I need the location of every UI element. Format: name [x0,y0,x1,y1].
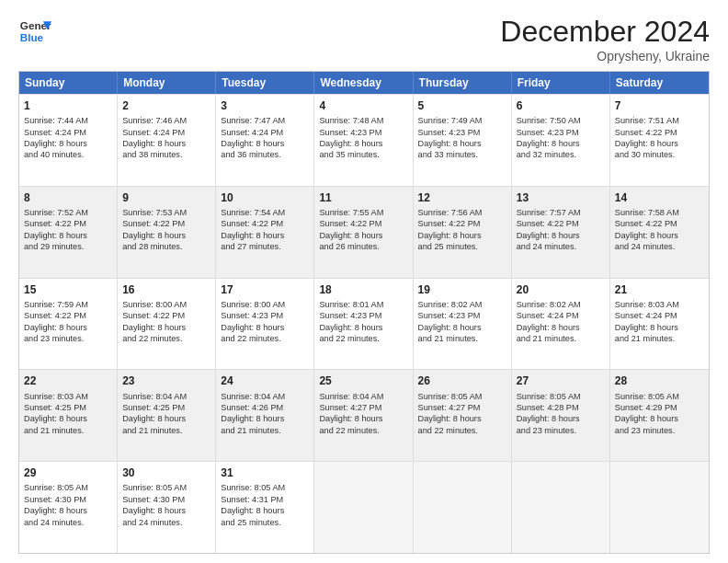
cal-cell [314,462,413,553]
week-row-0: 1Sunrise: 7:44 AM Sunset: 4:24 PM Daylig… [19,94,709,186]
day-number: 20 [517,282,605,297]
cal-cell: 27Sunrise: 8:05 AM Sunset: 4:28 PM Dayli… [512,370,610,461]
cal-cell: 17Sunrise: 8:00 AM Sunset: 4:23 PM Dayli… [216,279,314,370]
cal-cell: 11Sunrise: 7:55 AM Sunset: 4:22 PM Dayli… [314,187,413,278]
day-info: Sunrise: 7:53 AM Sunset: 4:22 PM Dayligh… [122,208,187,251]
day-number: 7 [615,98,704,113]
day-number: 27 [517,373,605,388]
day-number: 1 [24,98,112,113]
cal-cell [512,462,610,553]
day-info: Sunrise: 8:04 AM Sunset: 4:26 PM Dayligh… [221,392,285,435]
day-info: Sunrise: 7:50 AM Sunset: 4:23 PM Dayligh… [517,116,581,159]
calendar-body: 1Sunrise: 7:44 AM Sunset: 4:24 PM Daylig… [19,94,709,553]
day-info: Sunrise: 8:00 AM Sunset: 4:23 PM Dayligh… [221,300,285,343]
day-number: 3 [221,98,309,113]
cal-cell: 14Sunrise: 7:58 AM Sunset: 4:22 PM Dayli… [610,187,709,278]
cal-cell: 13Sunrise: 7:57 AM Sunset: 4:22 PM Dayli… [512,187,610,278]
day-info: Sunrise: 8:05 AM Sunset: 4:30 PM Dayligh… [122,483,187,526]
cal-cell: 4Sunrise: 7:48 AM Sunset: 4:23 PM Daylig… [314,95,413,186]
week-row-3: 22Sunrise: 8:03 AM Sunset: 4:25 PM Dayli… [19,369,709,461]
month-title: December 2024 [500,15,710,49]
day-info: Sunrise: 7:52 AM Sunset: 4:22 PM Dayligh… [24,208,88,251]
cal-cell: 1Sunrise: 7:44 AM Sunset: 4:24 PM Daylig… [19,95,118,186]
day-info: Sunrise: 7:46 AM Sunset: 4:24 PM Dayligh… [122,116,187,159]
day-number: 5 [418,98,506,113]
day-info: Sunrise: 8:05 AM Sunset: 4:30 PM Dayligh… [24,483,88,526]
calendar-header: SundayMondayTuesdayWednesdayThursdayFrid… [19,72,709,94]
day-number: 25 [319,373,407,388]
cal-cell: 9Sunrise: 7:53 AM Sunset: 4:22 PM Daylig… [118,187,216,278]
day-info: Sunrise: 8:02 AM Sunset: 4:23 PM Dayligh… [418,300,483,343]
day-of-week-tuesday: Tuesday [216,72,314,94]
day-number: 30 [122,465,210,480]
cal-cell: 22Sunrise: 8:03 AM Sunset: 4:25 PM Dayli… [19,370,118,461]
day-number: 11 [319,190,407,205]
cal-cell: 3Sunrise: 7:47 AM Sunset: 4:24 PM Daylig… [216,95,314,186]
day-number: 23 [122,373,210,388]
week-row-2: 15Sunrise: 7:59 AM Sunset: 4:22 PM Dayli… [19,278,709,370]
cal-cell: 20Sunrise: 8:02 AM Sunset: 4:24 PM Dayli… [512,279,610,370]
day-info: Sunrise: 7:51 AM Sunset: 4:22 PM Dayligh… [615,116,679,159]
day-info: Sunrise: 8:04 AM Sunset: 4:27 PM Dayligh… [319,392,383,435]
week-row-1: 8Sunrise: 7:52 AM Sunset: 4:22 PM Daylig… [19,186,709,278]
day-number: 16 [122,282,210,297]
day-number: 24 [221,373,309,388]
logo: General Blue [18,15,51,48]
logo-svg: General Blue [18,15,51,48]
week-row-4: 29Sunrise: 8:05 AM Sunset: 4:30 PM Dayli… [19,461,709,553]
day-number: 2 [122,98,210,113]
day-number: 28 [615,373,704,388]
day-info: Sunrise: 8:04 AM Sunset: 4:25 PM Dayligh… [122,392,187,435]
day-info: Sunrise: 7:47 AM Sunset: 4:24 PM Dayligh… [221,116,285,159]
cal-cell: 5Sunrise: 7:49 AM Sunset: 4:23 PM Daylig… [414,95,512,186]
day-info: Sunrise: 8:01 AM Sunset: 4:23 PM Dayligh… [319,300,383,343]
day-number: 9 [122,190,210,205]
day-info: Sunrise: 8:05 AM Sunset: 4:31 PM Dayligh… [221,483,285,526]
cal-cell: 12Sunrise: 7:56 AM Sunset: 4:22 PM Dayli… [414,187,512,278]
svg-text:Blue: Blue [20,31,44,43]
cal-cell: 18Sunrise: 8:01 AM Sunset: 4:23 PM Dayli… [314,279,413,370]
cal-cell: 24Sunrise: 8:04 AM Sunset: 4:26 PM Dayli… [216,370,314,461]
day-number: 14 [615,190,704,205]
cal-cell: 16Sunrise: 8:00 AM Sunset: 4:22 PM Dayli… [118,279,216,370]
day-info: Sunrise: 7:57 AM Sunset: 4:22 PM Dayligh… [517,208,581,251]
day-number: 8 [24,190,112,205]
day-number: 10 [221,190,309,205]
day-of-week-friday: Friday [512,72,610,94]
cal-cell: 21Sunrise: 8:03 AM Sunset: 4:24 PM Dayli… [610,279,709,370]
day-info: Sunrise: 7:55 AM Sunset: 4:22 PM Dayligh… [319,208,383,251]
day-number: 12 [418,190,506,205]
cal-cell: 25Sunrise: 8:04 AM Sunset: 4:27 PM Dayli… [314,370,413,461]
day-of-week-saturday: Saturday [610,72,709,94]
day-info: Sunrise: 7:44 AM Sunset: 4:24 PM Dayligh… [24,116,88,159]
day-number: 21 [615,282,704,297]
day-info: Sunrise: 7:48 AM Sunset: 4:23 PM Dayligh… [319,116,383,159]
day-info: Sunrise: 7:56 AM Sunset: 4:22 PM Dayligh… [418,208,483,251]
calendar: SundayMondayTuesdayWednesdayThursdayFrid… [18,71,710,554]
cal-cell: 6Sunrise: 7:50 AM Sunset: 4:23 PM Daylig… [512,95,610,186]
cal-cell: 26Sunrise: 8:05 AM Sunset: 4:27 PM Dayli… [414,370,512,461]
day-info: Sunrise: 8:00 AM Sunset: 4:22 PM Dayligh… [122,300,187,343]
title-block: December 2024 Oprysheny, Ukraine [500,15,710,63]
day-number: 13 [517,190,605,205]
day-info: Sunrise: 8:03 AM Sunset: 4:24 PM Dayligh… [615,300,679,343]
day-of-week-thursday: Thursday [414,72,512,94]
header: General Blue December 2024 Oprysheny, Uk… [18,15,710,63]
day-number: 29 [24,465,112,480]
day-info: Sunrise: 7:49 AM Sunset: 4:23 PM Dayligh… [418,116,483,159]
day-number: 4 [319,98,407,113]
day-info: Sunrise: 8:05 AM Sunset: 4:27 PM Dayligh… [418,392,483,435]
day-number: 17 [221,282,309,297]
day-number: 22 [24,373,112,388]
day-number: 31 [221,465,309,480]
cal-cell: 28Sunrise: 8:05 AM Sunset: 4:29 PM Dayli… [610,370,709,461]
day-info: Sunrise: 7:58 AM Sunset: 4:22 PM Dayligh… [615,208,679,251]
day-info: Sunrise: 8:05 AM Sunset: 4:29 PM Dayligh… [615,392,679,435]
day-number: 6 [517,98,605,113]
cal-cell: 2Sunrise: 7:46 AM Sunset: 4:24 PM Daylig… [118,95,216,186]
day-info: Sunrise: 8:03 AM Sunset: 4:25 PM Dayligh… [24,392,88,435]
cal-cell [414,462,512,553]
day-of-week-monday: Monday [118,72,216,94]
cal-cell [610,462,709,553]
page: General Blue December 2024 Oprysheny, Uk… [0,0,728,563]
